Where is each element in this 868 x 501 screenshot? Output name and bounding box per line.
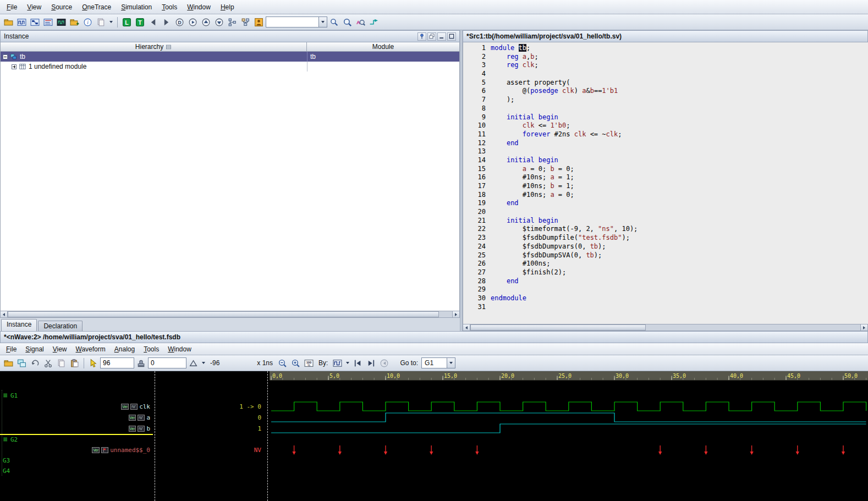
- new-window-button[interactable]: [15, 357, 28, 370]
- next-scope-button[interactable]: [213, 16, 226, 29]
- paste-button[interactable]: [68, 357, 81, 370]
- main-menu-file[interactable]: File: [2, 1, 22, 13]
- source-line[interactable]: 18 #10ns; a = 0;: [463, 191, 868, 200]
- main-menu-view[interactable]: View: [22, 1, 46, 13]
- nwave-menu-signal[interactable]: Signal: [21, 344, 48, 354]
- active-annotation-button[interactable]: [252, 16, 265, 29]
- trace-load-button[interactable]: [186, 16, 199, 29]
- trace-connectivity-button[interactable]: [367, 16, 380, 29]
- flat-view-button[interactable]: [239, 16, 252, 29]
- source-line[interactable]: 15 a = 0; b = 0;: [463, 165, 868, 174]
- nwave-menu-waveform[interactable]: Waveform: [72, 344, 110, 354]
- source-line[interactable]: 12 end: [463, 139, 868, 148]
- scroll-track[interactable]: [8, 311, 452, 317]
- scroll-right-button[interactable]: [860, 324, 867, 331]
- search-mode-caret[interactable]: [344, 357, 351, 368]
- select-cursor-button[interactable]: [87, 357, 100, 370]
- source-line[interactable]: 16 #10ns; a = 1;: [463, 173, 868, 182]
- wave-panel[interactable]: 0,05,010,015,020,025,030,035,040,045,050…: [270, 371, 868, 501]
- find-string-combo-dropdown[interactable]: [318, 17, 327, 27]
- scroll-right-button[interactable]: [452, 311, 459, 317]
- find-text-button[interactable]: A: [354, 16, 367, 29]
- main-menu-simulation[interactable]: Simulation: [116, 1, 157, 13]
- signal-value-panel[interactable]: 1 -> 001NV: [157, 371, 266, 501]
- source-line[interactable]: 19 end: [463, 199, 868, 208]
- source-line[interactable]: 3 reg clk;: [463, 61, 868, 70]
- source-line[interactable]: 28 end: [463, 277, 868, 286]
- zoom-in-button[interactable]: [289, 357, 302, 370]
- open-database-button[interactable]: [2, 16, 15, 29]
- main-menu-help[interactable]: Help: [216, 1, 239, 13]
- signal-row-unnamed-0[interactable]: Verunnamed$$_0: [92, 445, 150, 455]
- tab-declaration[interactable]: Declaration: [38, 321, 83, 331]
- signal-name-panel[interactable]: G1VerclkVeraVerbG2Verunnamed$$_0G3G4: [0, 371, 153, 501]
- source-line[interactable]: 17 #10ns; b = 1;: [463, 182, 868, 191]
- waveform-canvas[interactable]: 0,05,010,015,020,025,030,035,040,045,050…: [270, 371, 868, 500]
- search-left-button[interactable]: [351, 357, 364, 370]
- tab-instance[interactable]: Instance: [1, 319, 37, 331]
- undo-button[interactable]: [29, 357, 41, 370]
- source-line[interactable]: 26 #100ns;: [463, 260, 868, 268]
- maximize-button[interactable]: [447, 32, 456, 41]
- main-menu-tools[interactable]: Tools: [157, 1, 182, 13]
- main-menu-source[interactable]: Source: [46, 1, 77, 13]
- hierarchy-row-1-undefined-module[interactable]: 1 undefined module: [1, 62, 459, 71]
- collapse-icon[interactable]: [3, 54, 8, 59]
- copy-button[interactable]: [95, 16, 107, 29]
- search-time-field[interactable]: [100, 357, 134, 368]
- float-button[interactable]: [427, 32, 436, 41]
- source-line[interactable]: 14 initial begin: [463, 156, 868, 165]
- turbo-load-button[interactable]: L: [120, 16, 133, 29]
- source-line[interactable]: 27 $finish(2);: [463, 268, 868, 277]
- schematic-window-button[interactable]: [29, 16, 41, 29]
- session-button[interactable]: [68, 16, 81, 29]
- open-fsdb-button[interactable]: [2, 357, 15, 370]
- name-value-splitter[interactable]: [153, 371, 157, 501]
- group-expand-icon[interactable]: [3, 393, 8, 398]
- search-right-button[interactable]: [365, 357, 377, 370]
- main-menu-window[interactable]: Window: [182, 1, 216, 13]
- source-code[interactable]: 1module tb;2 reg a,b;3 reg clk;45 assert…: [463, 42, 868, 324]
- waveform-window-button[interactable]: [15, 16, 28, 29]
- trace-driver-button[interactable]: D: [173, 16, 186, 29]
- pin-button[interactable]: [417, 32, 426, 41]
- nwave-titlebar[interactable]: *<nWave:2> /home/william/project/sva/01_…: [0, 331, 868, 343]
- source-line[interactable]: 21 initial begin: [463, 217, 868, 225]
- cursor-time-field[interactable]: [148, 357, 186, 368]
- source-panel-titlebar[interactable]: *Src1:tb(/home/william/project/sva/01_he…: [463, 30, 868, 42]
- instance-panel-titlebar[interactable]: Instance: [0, 30, 460, 42]
- signal-row-a[interactable]: Vera: [129, 412, 150, 422]
- info-button[interactable]: i: [81, 16, 94, 29]
- source-line[interactable]: 5 assert property(: [463, 79, 868, 87]
- nwave-menu-view[interactable]: View: [48, 344, 72, 354]
- source-line[interactable]: 13: [463, 147, 868, 156]
- back-button[interactable]: [147, 16, 160, 29]
- nwave-window-button[interactable]: [55, 16, 68, 29]
- expand-icon[interactable]: [12, 64, 17, 69]
- nwave-menu-analog[interactable]: Analog: [110, 344, 139, 354]
- source-line[interactable]: 6 @(posedge clk) a&b==1'b1: [463, 87, 868, 96]
- source-line[interactable]: 10 clk <= 1'b0;: [463, 122, 868, 130]
- module-column-header[interactable]: Module: [307, 42, 459, 51]
- minimize-button[interactable]: [437, 32, 446, 41]
- zoom-out-button[interactable]: [276, 357, 289, 370]
- instance-hscrollbar[interactable]: [0, 311, 460, 318]
- marker-button[interactable]: [187, 357, 200, 370]
- source-line[interactable]: 1module tb;: [463, 44, 868, 53]
- stamp-marker-button[interactable]: [135, 357, 147, 370]
- nwave-menu-tools[interactable]: Tools: [139, 344, 163, 354]
- goto-group-combo[interactable]: G1: [421, 357, 455, 368]
- source-window-button[interactable]: [42, 16, 54, 29]
- value-wave-splitter[interactable]: [266, 371, 270, 501]
- wave-group-g2[interactable]: G2: [3, 434, 18, 444]
- source-line[interactable]: 9 initial begin: [463, 113, 868, 122]
- goto-group-combo-dropdown[interactable]: [447, 358, 455, 368]
- source-line[interactable]: 25 $fsdbDumpSVA(0, tb);: [463, 251, 868, 260]
- copy-button[interactable]: [55, 357, 68, 370]
- zoom-fit-button[interactable]: 100%: [303, 357, 315, 370]
- source-line[interactable]: 11 forever #2ns clk <= ~clk;: [463, 130, 868, 139]
- scroll-thumb[interactable]: [8, 311, 439, 317]
- nwave-menu-window[interactable]: Window: [163, 344, 196, 354]
- forward-button[interactable]: [160, 16, 173, 29]
- source-line[interactable]: 29: [463, 285, 868, 294]
